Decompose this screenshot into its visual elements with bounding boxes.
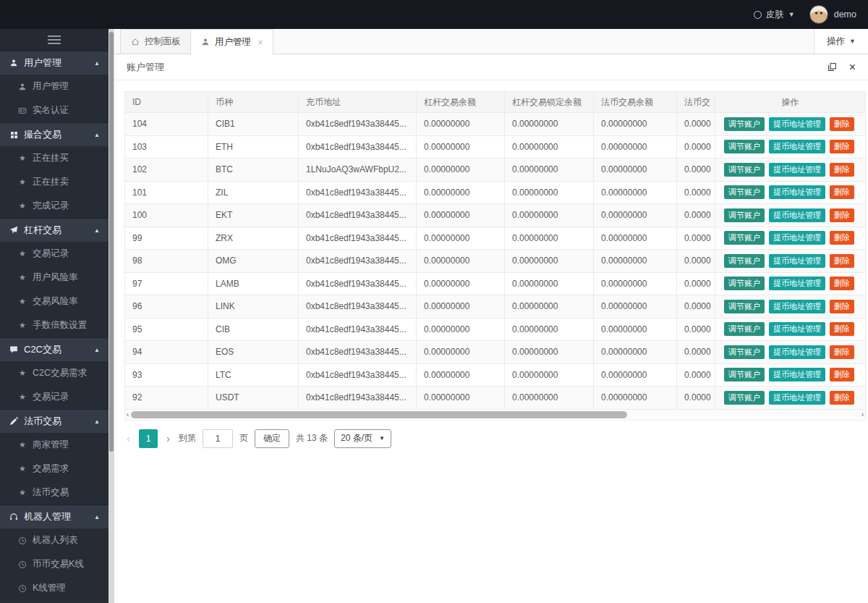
tabs: 控制面板用户管理×	[120, 29, 273, 54]
delete-button[interactable]: 删除	[830, 163, 854, 177]
user-menu[interactable]: demo	[809, 5, 856, 24]
sidebar-group[interactable]: 撮合交易▲	[0, 122, 109, 146]
delete-button[interactable]: 删除	[830, 300, 854, 313]
adjust-account-button[interactable]: 调节账户	[724, 163, 765, 177]
withdraw-address-manage-button[interactable]: 提币地址管理	[769, 254, 825, 268]
adjust-account-button[interactable]: 调节账户	[724, 300, 765, 313]
delete-button[interactable]: 删除	[830, 322, 854, 336]
scroll-left-icon[interactable]: ‹	[127, 410, 129, 420]
withdraw-address-manage-button[interactable]: 提币地址管理	[769, 208, 825, 222]
sidebar-group[interactable]: C2C交易▲	[0, 337, 109, 361]
confirm-page-button[interactable]: 确定	[255, 429, 289, 448]
withdraw-address-manage-button[interactable]: 提币地址管理	[769, 277, 825, 290]
tab-active[interactable]: 用户管理×	[190, 29, 273, 54]
sidebar-item[interactable]: ★交易记录	[0, 242, 109, 266]
close-panel-icon[interactable]: ×	[849, 62, 856, 73]
delete-button[interactable]: 删除	[830, 345, 854, 359]
adjust-account-button[interactable]: 调节账户	[724, 208, 765, 222]
horizontal-scrollbar[interactable]: ‹ ›	[124, 410, 866, 421]
sidebar-item[interactable]: ★交易风险率	[0, 290, 109, 313]
withdraw-address-manage-button[interactable]: 提币地址管理	[769, 185, 825, 199]
delete-button[interactable]: 删除	[830, 117, 854, 131]
adjust-account-button[interactable]: 调节账户	[724, 117, 765, 131]
withdraw-address-manage-button[interactable]: 提币地址管理	[769, 300, 825, 313]
delete-button[interactable]: 删除	[830, 391, 854, 405]
menu-toggle-button[interactable]	[0, 29, 109, 51]
withdraw-address-manage-button[interactable]: 提币地址管理	[769, 322, 825, 336]
cell-lever_locked: 0.00000000	[505, 182, 594, 205]
withdraw-address-manage-button[interactable]: 提币地址管理	[769, 345, 825, 359]
delete-button[interactable]: 删除	[830, 277, 854, 290]
withdraw-address-manage-button[interactable]: 提币地址管理	[769, 368, 825, 381]
adjust-account-button[interactable]: 调节账户	[724, 391, 765, 405]
adjust-account-button[interactable]: 调节账户	[724, 254, 765, 268]
horizontal-scrollbar-thumb[interactable]	[131, 411, 627, 418]
cell-address: 0xb41c8edf1943a38445...	[299, 273, 417, 296]
sidebar-scrollbar[interactable]	[109, 29, 114, 603]
star-icon: ★	[17, 321, 27, 329]
sidebar-item[interactable]: 机器人列表	[0, 528, 109, 552]
sidebar-item-label: 机器人列表	[33, 534, 78, 547]
delete-button[interactable]: 删除	[830, 368, 854, 381]
delete-button[interactable]: 删除	[830, 140, 854, 153]
cell-coin: ETH	[208, 136, 299, 159]
adjust-account-button[interactable]: 调节账户	[724, 322, 765, 336]
sidebar-item[interactable]: ★交易需求	[0, 457, 109, 481]
panel-title: 账户管理	[127, 61, 164, 74]
delete-button[interactable]: 删除	[830, 254, 854, 268]
page-number-input[interactable]	[203, 429, 233, 448]
cell-fiat_balance: 0.00000000	[594, 136, 677, 159]
tab-inactive[interactable]: 控制面板	[120, 29, 191, 54]
sidebar-item[interactable]: ★正在挂买	[0, 146, 109, 170]
withdraw-address-manage-button[interactable]: 提币地址管理	[769, 140, 825, 153]
collapse-window-icon[interactable]	[827, 62, 837, 72]
sidebar-group[interactable]: 法币交易▲	[0, 409, 109, 433]
cell-id: 97	[125, 273, 208, 296]
sidebar-item[interactable]: K线管理	[0, 576, 109, 600]
adjust-account-button[interactable]: 调节账户	[724, 185, 765, 199]
sidebar-item[interactable]: 币币交易K线	[0, 552, 109, 576]
sidebar-item[interactable]: 用户管理	[0, 75, 109, 98]
skin-switcher[interactable]: 皮肤 ▼	[754, 9, 795, 21]
adjust-account-button[interactable]: 调节账户	[724, 231, 765, 245]
sidebar-item[interactable]: 实名认证	[0, 98, 109, 122]
adjust-account-button[interactable]: 调节账户	[724, 345, 765, 359]
cell-lever_locked: 0.00000000	[505, 204, 594, 227]
sidebar-scrollbar-thumb[interactable]	[109, 32, 114, 452]
scroll-right-icon[interactable]: ›	[861, 410, 864, 420]
withdraw-address-manage-button[interactable]: 提币地址管理	[769, 117, 825, 131]
adjust-account-button[interactable]: 调节账户	[724, 140, 765, 153]
row-actions: 调节账户提币地址管理删除	[715, 273, 866, 296]
sidebar-item[interactable]: ★正在挂卖	[0, 170, 109, 194]
withdraw-address-manage-button[interactable]: 提币地址管理	[769, 391, 825, 405]
sidebar-menu: 用户管理▲用户管理实名认证撮合交易▲★正在挂买★正在挂卖★完成记录杠杆交易▲★交…	[0, 51, 109, 600]
delete-button[interactable]: 删除	[830, 231, 854, 245]
delete-button[interactable]: 删除	[830, 185, 854, 199]
adjust-account-button[interactable]: 调节账户	[724, 277, 765, 290]
sidebar-item[interactable]: ★完成记录	[0, 194, 109, 218]
tab-label: 控制面板	[145, 35, 181, 48]
sidebar-group-label: 用户管理	[24, 56, 61, 69]
sidebar-item[interactable]: ★商家管理	[0, 433, 109, 457]
withdraw-address-manage-button[interactable]: 提币地址管理	[769, 163, 825, 177]
tab-actions-dropdown[interactable]: 操作 ▼	[814, 29, 868, 54]
prev-page-button[interactable]: ‹	[124, 432, 132, 444]
sidebar-group[interactable]: 机器人管理▲	[0, 505, 109, 528]
sidebar-item[interactable]: ★用户风险率	[0, 266, 109, 290]
tab-close-icon[interactable]: ×	[258, 37, 263, 48]
delete-button[interactable]: 删除	[830, 208, 854, 222]
star-icon: ★	[17, 489, 27, 497]
sidebar-item[interactable]: ★C2C交易需求	[0, 361, 109, 385]
sidebar-item[interactable]: ★手数倍数设置	[0, 313, 109, 337]
page-size-select[interactable]: 20 条/页 ▼	[334, 429, 391, 448]
adjust-account-button[interactable]: 调节账户	[724, 368, 765, 381]
sidebar-group[interactable]: 杠杆交易▲	[0, 218, 109, 242]
sidebar-group[interactable]: 用户管理▲	[0, 51, 109, 75]
sidebar-item[interactable]: ★交易记录	[0, 385, 109, 409]
withdraw-address-manage-button[interactable]: 提币地址管理	[769, 231, 825, 245]
table-row: 95CIB0xb41c8edf1943a38445...0.000000000.…	[125, 319, 715, 342]
current-page-button[interactable]: 1	[139, 429, 158, 448]
sidebar-item[interactable]: ★法币交易	[0, 481, 109, 505]
row-actions: 调节账户提币地址管理删除	[715, 295, 866, 319]
next-page-button[interactable]: ›	[164, 432, 172, 444]
